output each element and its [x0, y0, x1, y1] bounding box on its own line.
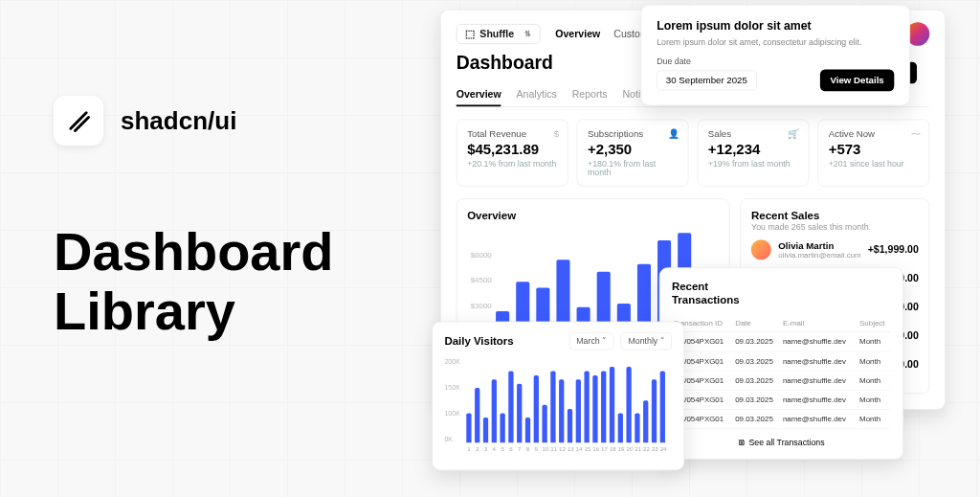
due-date-value[interactable]: 30 September 2025	[657, 70, 756, 90]
daily-bar	[568, 409, 572, 442]
stat-card-0: Total Revenue $ $45,231.89 +20.1% from l…	[457, 119, 568, 186]
nav-overview[interactable]: Overview	[555, 28, 600, 39]
tab-analytics[interactable]: Analytics	[517, 83, 557, 107]
transaction-row[interactable]: QW054PXG0109.03.2025name@shuffle.devMont…	[672, 410, 891, 429]
stat-card-1: Subscriptions 👤 +2,350 +180.1% from last…	[577, 119, 689, 186]
view-details-button[interactable]: View Details	[820, 69, 894, 91]
stat-card-2: Sales 🛒 +12,234 +19% from last month	[697, 119, 809, 186]
due-date-label: Due date	[657, 56, 894, 66]
recent-sales-title: Recent Sales	[751, 210, 919, 222]
transaction-row[interactable]: QW054PXG0109.03.2025name@shuffle.devMont…	[672, 351, 891, 371]
daily-title: Daily Visitors	[444, 335, 562, 348]
daily-bar	[542, 405, 546, 443]
daily-bar	[550, 372, 555, 443]
daily-bar	[592, 375, 597, 442]
brand-name: shadcn/ui	[121, 106, 236, 136]
daily-bar	[601, 372, 606, 443]
stat-icon: 🛒	[788, 128, 799, 139]
daily-visitors-card: Daily Visitors March ˅ Monthly ˅ 200K150…	[432, 322, 684, 471]
daily-bar	[610, 367, 614, 442]
see-all-transactions[interactable]: 🗎 See all Transactions	[672, 429, 891, 446]
recent-transactions-card: RecentTransactions Transaction IDDateE-m…	[659, 267, 903, 460]
daily-bar	[534, 375, 539, 442]
popup-title: Lorem ipsum dolor sit amet	[657, 19, 894, 33]
stat-icon: ⁓	[911, 128, 921, 139]
recent-sales-subtitle: You made 265 sales this month.	[751, 222, 919, 232]
tab-reports[interactable]: Reports	[572, 83, 608, 107]
month-select[interactable]: March ˅	[568, 332, 613, 350]
transaction-row[interactable]: QW054PXG0109.03.2025name@shuffle.devMont…	[672, 371, 891, 390]
stat-icon: $	[554, 128, 559, 139]
daily-bar	[508, 372, 513, 443]
daily-bar	[576, 379, 581, 442]
transaction-row[interactable]: QW054PXG0109.03.2025name@shuffle.devMont…	[672, 390, 891, 409]
shuffle-icon: ⬚	[465, 28, 475, 39]
daily-bar	[483, 418, 488, 442]
daily-bar	[652, 379, 657, 442]
hero-title: Dashboard Library	[54, 222, 334, 340]
sale-avatar	[751, 239, 771, 260]
daily-bar	[525, 418, 530, 442]
stat-icon: 👤	[668, 128, 679, 139]
shadcn-logo	[54, 96, 103, 146]
svg-line-1	[76, 118, 89, 131]
period-select[interactable]: Monthly ˅	[620, 332, 672, 350]
daily-bar	[492, 379, 497, 442]
daily-bar	[660, 372, 665, 443]
chevron-updown-icon: ⇅	[524, 30, 531, 38]
app-switcher[interactable]: ⬚ Shuffle ⇅	[457, 24, 541, 44]
tab-overview[interactable]: Overview	[457, 83, 501, 107]
daily-bar	[635, 414, 639, 443]
transaction-row[interactable]: QW054PXG0109.03.2025name@shuffle.devMont…	[672, 332, 891, 351]
detail-popup: Lorem ipsum dolor sit amet Lorem ipsum d…	[640, 5, 910, 106]
daily-bar	[500, 414, 504, 443]
transactions-title: RecentTransactions	[672, 280, 891, 305]
daily-bar	[517, 384, 522, 443]
daily-bar	[618, 414, 623, 443]
stat-card-3: Active Now ⁓ +573 +201 since last hour	[817, 119, 929, 186]
popup-desc: Lorem ipsum dolor sit amet, consectetur …	[657, 37, 894, 47]
daily-bar	[475, 388, 479, 442]
daily-bar	[643, 400, 648, 442]
daily-bar	[626, 367, 631, 442]
overview-title: Overview	[467, 210, 719, 222]
daily-bar	[466, 414, 471, 443]
sale-row[interactable]: Olivia Martinolivia.martin@email.com +$1…	[751, 239, 919, 260]
daily-bar	[559, 379, 564, 442]
daily-bar	[584, 372, 589, 443]
